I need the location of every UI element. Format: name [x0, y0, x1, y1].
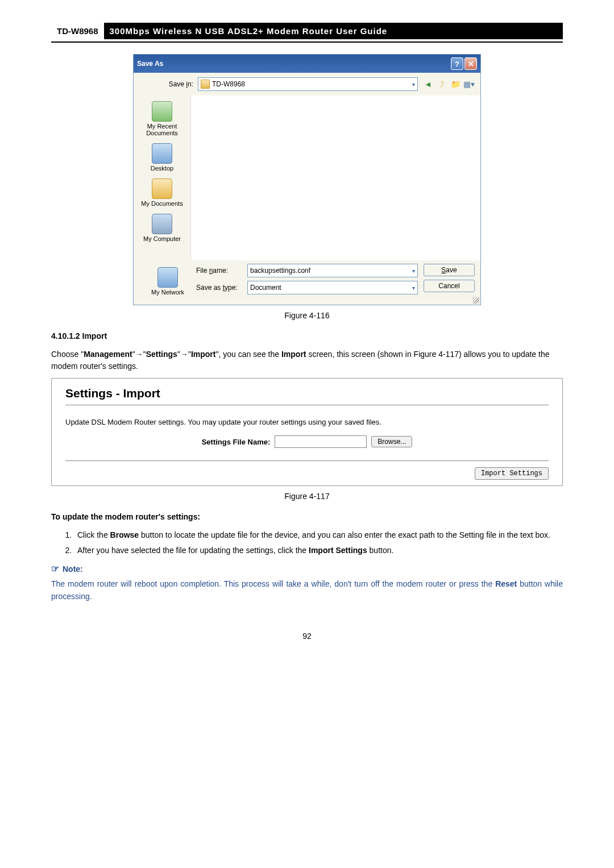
steps-list: Click the Browse button to locate the up… [51, 529, 563, 556]
save-type-label: Save as type: [196, 284, 247, 292]
place-desktop-label: Desktop [136, 165, 188, 172]
note-text: The modem router will reboot upon comple… [51, 578, 563, 603]
place-mycomp-label: My Computer [136, 235, 188, 242]
bottom-fields: File name: backupsettings.conf ▾ Save as… [196, 264, 418, 299]
dialog-bottom: My Network File name: backupsettings.con… [134, 260, 480, 305]
header-divider [51, 41, 563, 43]
titlebar-buttons: ? ✕ [451, 57, 477, 70]
new-folder-icon[interactable]: 📁 [450, 78, 461, 90]
bottom-places: My Network [139, 264, 196, 299]
save-button[interactable]: Save [424, 264, 475, 276]
place-mynet[interactable]: My Network [139, 264, 196, 299]
desktop-icon [152, 143, 172, 164]
dialog-titlebar: Save As ? ✕ [134, 55, 480, 73]
import-file-row: Settings File Name: Browse... [65, 435, 549, 448]
dialog-title: Save As [137, 60, 163, 68]
save-in-label: Save in: [139, 80, 193, 88]
import-panel-desc: Update DSL Modem Router settings. You ma… [65, 418, 549, 426]
note-header: ☞ Note: [51, 563, 563, 574]
import-panel-title: Settings - Import [65, 387, 549, 400]
places-bar: My Recent Documents Desktop My Documents… [134, 95, 190, 260]
file-name-value: backupsettings.conf [250, 267, 310, 275]
figure-caption-117: Figure 4-117 [51, 492, 563, 501]
dialog-body: My Recent Documents Desktop My Documents… [134, 95, 480, 260]
chevron-down-icon: ▾ [412, 285, 415, 291]
settings-file-label: Settings File Name: [202, 438, 271, 446]
import-nav-text: Choose "Management"→"Settings"→"Import",… [51, 348, 563, 372]
place-mycomp[interactable]: My Computer [134, 210, 190, 246]
settings-import-panel: Settings - Import Update DSL Modem Route… [51, 378, 563, 486]
mydocs-icon [152, 178, 172, 199]
figure-caption-116: Figure 4-116 [51, 311, 563, 320]
header-title: 300Mbps Wireless N USB ADSL2+ Modem Rout… [104, 23, 563, 39]
section-heading-import: 4.10.1.2 Import [51, 331, 563, 340]
page-number: 92 [51, 632, 563, 641]
save-type-value: Document [250, 284, 281, 292]
place-recent-label: My Recent Documents [136, 123, 188, 136]
folder-icon [201, 80, 210, 89]
file-name-combo[interactable]: backupsettings.conf ▾ [247, 264, 418, 277]
mycomp-icon [152, 214, 172, 234]
chevron-down-icon: ▾ [412, 81, 415, 88]
cancel-button[interactable]: Cancel [424, 280, 475, 292]
close-button[interactable]: ✕ [464, 57, 477, 70]
file-list-area[interactable] [190, 95, 480, 260]
hand-point-icon: ☞ [51, 563, 59, 574]
dialog-action-buttons: Save Cancel [418, 264, 475, 299]
chevron-down-icon: ▾ [412, 268, 415, 274]
recent-icon [152, 101, 172, 122]
place-mynet-label: My Network [142, 289, 194, 296]
place-mydocs[interactable]: My Documents [134, 175, 190, 210]
place-mydocs-label: My Documents [136, 200, 188, 207]
mynet-icon [157, 267, 178, 288]
save-in-dropdown[interactable]: TD-W8968 ▾ [198, 77, 418, 91]
up-icon[interactable]: ⤴ [436, 78, 447, 90]
import-settings-button[interactable]: Import Settings [475, 467, 549, 480]
save-as-dialog: Save As ? ✕ Save in: TD-W8968 ▾ ◄ ⤴ 📁 ▦▾… [133, 54, 481, 305]
file-name-label: File name: [196, 267, 247, 275]
step-2: After you have selected the file for upd… [74, 545, 563, 556]
divider [65, 405, 549, 405]
back-icon[interactable]: ◄ [422, 78, 434, 90]
page-header-bar: TD-W8968 300Mbps Wireless N USB ADSL2+ M… [51, 23, 563, 39]
save-type-combo[interactable]: Document ▾ [247, 281, 418, 294]
browse-button[interactable]: Browse... [371, 436, 412, 447]
import-action-row: Import Settings [65, 460, 549, 477]
settings-file-input[interactable] [275, 435, 367, 448]
toolbar-nav-icons: ◄ ⤴ 📁 ▦▾ [422, 78, 475, 90]
header-model: TD-W8968 [51, 23, 104, 39]
views-icon[interactable]: ▦▾ [463, 78, 475, 90]
note-label: Note: [63, 564, 83, 574]
steps-heading: To update the modem router's settings: [51, 512, 563, 521]
place-recent[interactable]: My Recent Documents [134, 98, 190, 140]
resize-grip[interactable] [472, 297, 479, 304]
step-1: Click the Browse button to locate the up… [74, 529, 563, 541]
dialog-toolbar: Save in: TD-W8968 ▾ ◄ ⤴ 📁 ▦▾ [134, 73, 480, 95]
help-button[interactable]: ? [451, 57, 463, 70]
place-desktop[interactable]: Desktop [134, 140, 190, 175]
save-in-value: TD-W8968 [212, 80, 245, 88]
